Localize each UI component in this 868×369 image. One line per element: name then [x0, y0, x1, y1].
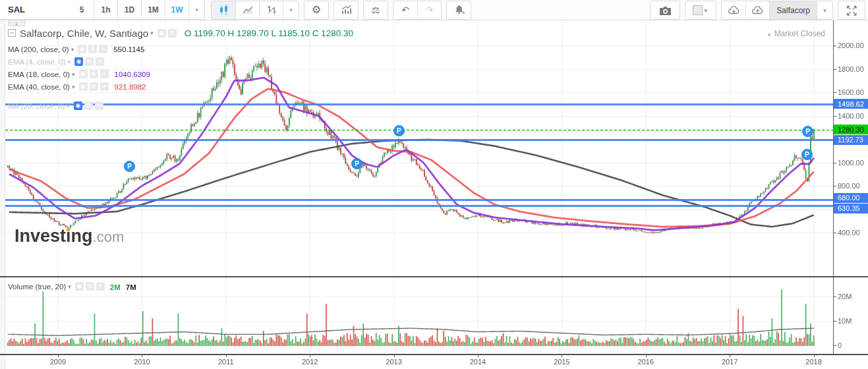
- redo-icon: ↷: [426, 5, 434, 14]
- price-tick-label: 1000.00: [838, 159, 868, 167]
- price-tick-mark: [833, 45, 836, 46]
- indicator-caret[interactable]: ▾: [67, 103, 70, 109]
- last-price-badge: 1280.30: [834, 125, 868, 134]
- indicator-caret[interactable]: ▾: [72, 84, 75, 90]
- indicator-eye-button[interactable]: ◉: [74, 57, 83, 66]
- compare-button[interactable]: ⚖: [364, 1, 388, 19]
- price-level-badge[interactable]: 630.35: [834, 204, 868, 213]
- chart-style-bars-button[interactable]: [259, 1, 283, 19]
- alert-bell-icon: +: [453, 4, 465, 16]
- indicator-eye-button[interactable]: ◉: [74, 101, 82, 110]
- indicator-caret[interactable]: ▾: [68, 59, 71, 65]
- time-axis-separator: [0, 354, 868, 355]
- interval-dropdown-caret[interactable]: ▾: [188, 0, 204, 19]
- interval-button-1W[interactable]: 1W: [165, 0, 188, 19]
- indicator-label[interactable]: MA (20, close, 0): [8, 102, 65, 110]
- symbol-title[interactable]: Salfacorp, Chile, W, Santiago: [20, 28, 148, 39]
- price-tick-label: 1600.00: [838, 88, 868, 96]
- price-axis-border: [833, 20, 834, 354]
- volume-tick-label: 20M: [838, 293, 868, 300]
- volume-settings-button[interactable]: ⚙: [86, 282, 94, 291]
- x-axis-label: 2015: [548, 358, 575, 366]
- redo-button[interactable]: ↷: [417, 1, 441, 19]
- indicators-button[interactable]: [334, 1, 358, 19]
- layout-button[interactable]: ▾: [685, 1, 716, 19]
- indicator-eye-button[interactable]: ◉: [79, 82, 88, 91]
- legend-row: EMA (4, close, 0)▾◉⚙×: [8, 57, 353, 67]
- snapshot-button[interactable]: [651, 1, 680, 19]
- volume-tick-label: 10M: [838, 317, 868, 325]
- indicator-close-button[interactable]: ×: [95, 101, 103, 110]
- chart-style-candles-button[interactable]: [212, 1, 235, 19]
- market-status-text: Market Closed: [774, 29, 825, 38]
- volume-legend-caret[interactable]: ▾: [68, 283, 71, 290]
- price-tick-mark: [833, 186, 836, 186]
- price-level-badge[interactable]: 1498.62: [834, 99, 868, 109]
- interval-button-5[interactable]: 5: [70, 0, 94, 19]
- chart-style-line-button[interactable]: [235, 1, 259, 19]
- volume-eye-button[interactable]: ◉: [75, 282, 84, 291]
- candlestick-icon: [217, 4, 229, 16]
- indicator-settings-button[interactable]: ⚙: [85, 57, 94, 66]
- symbol-input[interactable]: SAL: [0, 0, 70, 19]
- pane-separator[interactable]: [0, 276, 868, 277]
- price-level-badge[interactable]: 1192.73: [834, 135, 868, 145]
- logo-orange-dot: [67, 228, 70, 231]
- indicator-close-button[interactable]: ×: [99, 45, 107, 53]
- volume-close-button[interactable]: ×: [96, 282, 105, 291]
- indicator-settings-button[interactable]: ⚙: [84, 101, 93, 110]
- indicator-close-button[interactable]: ×: [100, 82, 109, 91]
- volume-legend-label[interactable]: Volume (true, 20): [8, 283, 66, 291]
- price-tick-mark: [833, 69, 836, 70]
- fullscreen-button[interactable]: [838, 1, 865, 19]
- indicator-label[interactable]: EMA (4, close, 0): [8, 58, 66, 66]
- x-axis-label: 2018: [801, 358, 827, 366]
- interval-button-1h[interactable]: 1h: [94, 0, 117, 19]
- settings-button[interactable]: ⚙: [304, 1, 328, 19]
- svg-text:+: +: [462, 10, 465, 16]
- indicator-eye-button[interactable]: ◉: [78, 45, 86, 53]
- symbol-eye-button[interactable]: ◉: [158, 29, 166, 38]
- legend-row: EMA (18, close, 0)▾◉⚙×1040.6309: [8, 69, 353, 79]
- interval-button-1D[interactable]: 1D: [117, 0, 141, 19]
- x-axis-label: 2016: [633, 358, 659, 366]
- market-status: ●Market Closed: [768, 29, 825, 38]
- indicator-caret[interactable]: ▾: [71, 46, 74, 53]
- interval-button-1M[interactable]: 1M: [141, 0, 165, 19]
- saved-chart-name[interactable]: Salfacorp: [769, 1, 817, 19]
- indicator-caret[interactable]: ▾: [72, 71, 75, 78]
- indicator-label[interactable]: MA (200, close, 0): [8, 45, 69, 53]
- symbol-title-caret[interactable]: ▾: [150, 30, 154, 36]
- indicators-icon: [340, 4, 353, 16]
- volume-legend-row: Volume (true, 20) ▾ ◉ ⚙ × 2M7M: [8, 281, 136, 291]
- save-chart-button[interactable]: [745, 1, 769, 19]
- price-tick-label: 1800.00: [838, 65, 868, 73]
- drawing-toolbar-strip[interactable]: [0, 20, 5, 369]
- price-tick-mark: [833, 233, 836, 233]
- x-axis-label: 2017: [716, 358, 743, 366]
- indicator-close-button[interactable]: ×: [100, 70, 109, 78]
- price-level-badge[interactable]: 680.00: [834, 193, 868, 203]
- undo-button[interactable]: ↶: [393, 1, 417, 19]
- indicator-close-button[interactable]: ×: [96, 57, 104, 66]
- cloud-download-icon: [727, 5, 741, 16]
- indicator-settings-button[interactable]: ⚙: [90, 82, 98, 91]
- fullscreen-icon: [846, 5, 857, 16]
- indicator-eye-button[interactable]: ◉: [79, 70, 88, 78]
- symbol-settings-button[interactable]: ⚙: [168, 29, 177, 38]
- top-toolbar: SAL 51h1D1M1W ▾: [0, 0, 868, 20]
- load-chart-button[interactable]: [722, 1, 745, 19]
- chart-style-caret[interactable]: ▾: [283, 1, 299, 19]
- indicator-label[interactable]: EMA (40, close, 0): [8, 83, 70, 91]
- marker-p[interactable]: P: [351, 158, 362, 169]
- collapse-legend-icon[interactable]: [8, 29, 16, 37]
- indicator-settings-button[interactable]: ⚙: [88, 45, 97, 53]
- saved-chart-caret[interactable]: ▾: [817, 1, 832, 19]
- marker-p[interactable]: P: [124, 161, 135, 172]
- add-alert-button[interactable]: +: [447, 1, 471, 19]
- chart-area: ▴ Salfacorp, Chile, W, Santiago ▾ ◉ ⚙ O …: [0, 20, 868, 369]
- indicator-settings-button[interactable]: ⚙: [90, 70, 98, 78]
- indicator-label[interactable]: EMA (18, close, 0): [8, 71, 70, 78]
- x-axis-label: 2009: [45, 358, 71, 366]
- status-dot-icon: ●: [768, 32, 771, 38]
